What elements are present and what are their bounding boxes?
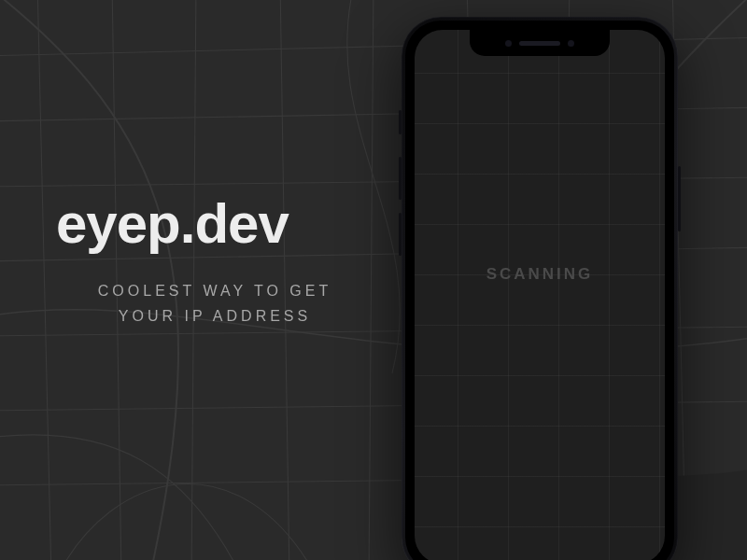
phone-mute-switch — [399, 110, 402, 134]
camera-dot-icon — [568, 40, 574, 47]
phone-power-button — [678, 166, 681, 231]
brand-title: eyep.dev — [56, 196, 374, 252]
phone-screen: SCANNING — [415, 30, 665, 560]
phone-volume-up — [399, 157, 402, 200]
scan-grid — [415, 30, 665, 560]
sensor-dot-icon — [505, 40, 512, 47]
phone-mockup: SCANNING — [402, 17, 678, 560]
speaker-grille-icon — [519, 41, 560, 46]
tagline: COOLEST WAY TO GET YOUR IP ADDRESS — [56, 278, 374, 329]
hero-text-block: eyep.dev COOLEST WAY TO GET YOUR IP ADDR… — [56, 196, 374, 329]
tagline-line-1: COOLEST WAY TO GET — [98, 283, 331, 299]
tagline-line-2: YOUR IP ADDRESS — [119, 308, 311, 324]
phone-notch — [470, 30, 610, 56]
phone-volume-down — [399, 213, 402, 256]
scanning-status-label: SCANNING — [415, 265, 665, 284]
